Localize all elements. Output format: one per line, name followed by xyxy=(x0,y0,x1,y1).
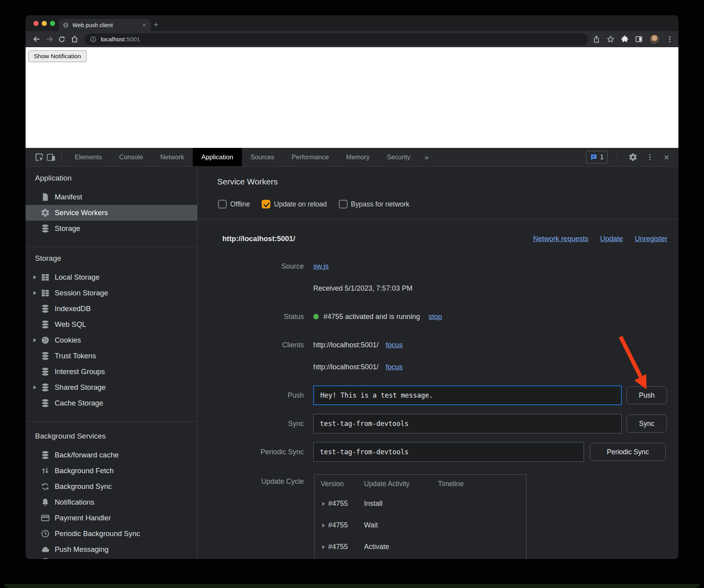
profile-avatar[interactable] xyxy=(649,34,660,45)
expand-triangle-icon[interactable] xyxy=(322,523,325,527)
sidebar-item-manifest[interactable]: Manifest xyxy=(26,189,197,205)
sidebar-item-local-storage[interactable]: Local Storage xyxy=(26,269,197,285)
update-cycle-row-wait[interactable]: #4755 Wait xyxy=(314,514,526,536)
sidebar-item-cache-storage[interactable]: Cache Storage xyxy=(26,395,197,411)
browser-tab[interactable]: Web push client xyxy=(59,19,151,31)
sidebar-item-indexeddb[interactable]: IndexedDB xyxy=(26,301,197,317)
expand-triangle-icon[interactable] xyxy=(322,545,325,549)
reload-button[interactable] xyxy=(55,33,68,46)
expand-triangle-icon[interactable] xyxy=(31,291,38,295)
devtools-close-button[interactable] xyxy=(661,151,673,163)
stop-link[interactable]: stop xyxy=(429,313,442,321)
focus-link[interactable]: focus xyxy=(386,341,403,349)
bell-icon xyxy=(41,498,50,507)
device-toolbar-button[interactable] xyxy=(45,151,57,163)
push-input[interactable]: Hey! This is a test message. xyxy=(313,385,622,405)
checkbox-icon[interactable] xyxy=(218,200,227,208)
browser-menu-button[interactable] xyxy=(666,35,674,43)
side-panel-button[interactable] xyxy=(635,35,643,43)
expand-triangle-icon[interactable] xyxy=(31,385,38,389)
update-on-reload-checkbox[interactable]: Update on reload xyxy=(262,200,327,208)
new-tab-button[interactable] xyxy=(150,18,162,30)
issues-button[interactable]: 1 xyxy=(586,151,608,164)
traffic-light-zoom[interactable] xyxy=(50,21,55,26)
offline-checkbox[interactable]: Offline xyxy=(218,200,250,208)
sidebar-item-session-storage[interactable]: Session Storage xyxy=(26,285,197,301)
expand-triangle-icon[interactable] xyxy=(31,275,38,279)
worker-origin: http://localhost:5001/ xyxy=(222,234,295,243)
unregister-link[interactable]: Unregister xyxy=(635,235,667,243)
panel-title: Service Workers xyxy=(217,177,278,186)
tab-elements[interactable]: Elements xyxy=(66,148,111,166)
database-icon xyxy=(41,557,50,559)
url-host: localhost xyxy=(101,36,125,42)
sidebar-item-interest-groups[interactable]: Interest Groups xyxy=(26,364,197,380)
sidebar-item-payment-handler[interactable]: Payment Handler xyxy=(26,510,197,526)
gear-icon xyxy=(628,153,637,162)
bypass-for-network-checkbox[interactable]: Bypass for network xyxy=(339,200,410,208)
expand-triangle-icon[interactable] xyxy=(31,338,38,342)
focus-link[interactable]: focus xyxy=(386,363,403,371)
sidebar-item-partial[interactable] xyxy=(26,557,197,559)
tab-console[interactable]: Console xyxy=(111,148,152,166)
sidebar-item-background-sync[interactable]: Background Sync xyxy=(26,479,197,494)
update-cycle-row-activate[interactable]: #4755 Activate xyxy=(314,536,526,558)
devtools-menu-button[interactable] xyxy=(644,151,656,163)
sidebar-item-web-sql[interactable]: Web SQL xyxy=(26,317,197,332)
sidebar-item-shared-storage[interactable]: Shared Storage xyxy=(26,380,197,395)
sync-button[interactable]: Sync xyxy=(626,415,667,433)
site-info-icon[interactable] xyxy=(90,36,97,43)
sidebar-section-application: Application Manifest Service Workers Sto… xyxy=(26,167,197,247)
update-link[interactable]: Update xyxy=(600,235,623,243)
credit-card-icon xyxy=(41,513,50,523)
more-tabs-button[interactable]: » xyxy=(419,153,434,162)
show-notification-button[interactable]: Show Notification xyxy=(28,50,87,62)
sidebar-item-background-fetch[interactable]: Background Fetch xyxy=(26,463,197,479)
inspect-element-button[interactable] xyxy=(33,151,45,163)
sidebar-item-periodic-background-sync[interactable]: Periodic Background Sync xyxy=(26,526,197,542)
periodic-sync-button[interactable]: Periodic Sync xyxy=(590,443,666,461)
back-button[interactable] xyxy=(30,33,43,46)
page-content: Show Notification xyxy=(26,47,678,148)
tab-security[interactable]: Security xyxy=(378,148,419,166)
status-label: Status xyxy=(198,313,304,321)
sidebar-item-storage[interactable]: Storage xyxy=(26,221,197,236)
address-bar[interactable]: localhost:5001 xyxy=(85,33,588,45)
sidebar-item-cookies[interactable]: Cookies xyxy=(26,332,197,348)
sync-label: Sync xyxy=(198,414,304,433)
home-button[interactable] xyxy=(68,33,81,46)
update-cycle-row-install[interactable]: #4755 Install xyxy=(314,493,526,514)
expand-triangle-icon[interactable] xyxy=(322,502,325,506)
sidebar-item-notifications[interactable]: Notifications xyxy=(26,494,197,510)
share-icon xyxy=(592,35,601,43)
tab-memory[interactable]: Memory xyxy=(338,148,379,166)
checkbox-icon[interactable] xyxy=(339,200,347,208)
traffic-light-close[interactable] xyxy=(33,21,39,26)
tab-performance[interactable]: Performance xyxy=(283,148,337,166)
share-button[interactable] xyxy=(592,35,601,43)
extensions-button[interactable] xyxy=(621,35,629,43)
bookmark-button[interactable] xyxy=(606,35,615,43)
devtools-settings-button[interactable] xyxy=(627,151,639,163)
database-icon xyxy=(41,304,50,313)
network-requests-link[interactable]: Network requests xyxy=(533,235,588,243)
sidebar-item-trust-tokens[interactable]: Trust Tokens xyxy=(26,348,197,364)
checkbox-checked-icon[interactable] xyxy=(262,200,270,208)
tab-close-icon[interactable] xyxy=(142,22,147,28)
tab-network[interactable]: Network xyxy=(152,148,193,166)
sidebar-section-storage: Storage Local Storage Session Storage In… xyxy=(26,247,197,421)
sync-input[interactable]: test-tag-from-devtools xyxy=(313,414,622,433)
source-file-link[interactable]: sw.js xyxy=(313,262,329,271)
tab-sources[interactable]: Sources xyxy=(242,148,283,166)
forward-button[interactable] xyxy=(43,33,55,46)
fetch-arrows-icon xyxy=(41,466,50,476)
periodic-sync-label: Periodic Sync xyxy=(198,442,304,462)
sidebar-item-push-messaging[interactable]: Push Messaging xyxy=(26,542,197,557)
plus-icon xyxy=(153,21,159,28)
sidebar-item-back-forward-cache[interactable]: Back/forward cache xyxy=(26,447,197,463)
traffic-light-minimize[interactable] xyxy=(42,21,47,26)
sidebar-item-service-workers[interactable]: Service Workers xyxy=(26,205,197,221)
periodic-sync-input[interactable]: test-tag-from-devtools xyxy=(313,442,584,462)
tab-application[interactable]: Application xyxy=(193,148,242,166)
push-button[interactable]: Push xyxy=(626,386,667,404)
